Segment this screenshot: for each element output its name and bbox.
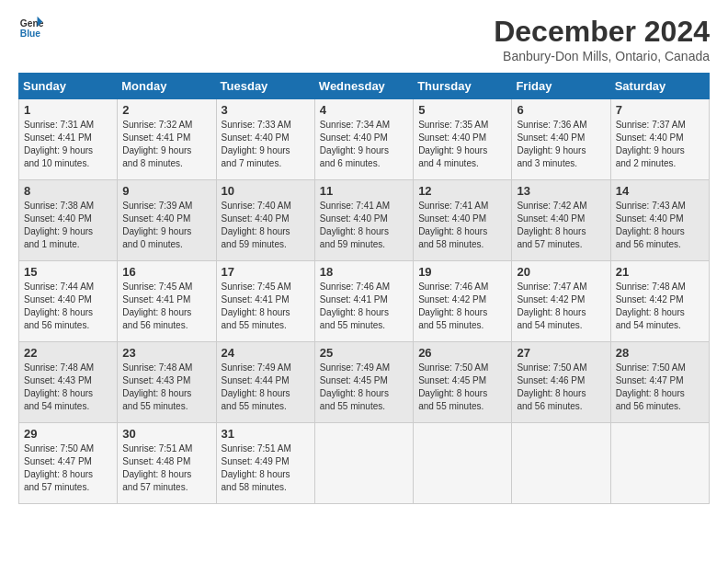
day-number: 12	[418, 184, 506, 198]
day-info: Sunrise: 7:39 AM Sunset: 4:40 PM Dayligh…	[122, 200, 210, 251]
day-cell: 6Sunrise: 7:36 AM Sunset: 4:40 PM Daylig…	[512, 99, 610, 180]
day-number: 22	[24, 346, 112, 360]
week-row-5: 29Sunrise: 7:50 AM Sunset: 4:47 PM Dayli…	[19, 423, 710, 504]
day-number: 20	[517, 265, 605, 279]
day-number: 9	[122, 184, 210, 198]
day-info: Sunrise: 7:38 AM Sunset: 4:40 PM Dayligh…	[24, 200, 112, 251]
day-cell: 5Sunrise: 7:35 AM Sunset: 4:40 PM Daylig…	[414, 99, 512, 180]
day-number: 6	[517, 103, 605, 117]
day-info: Sunrise: 7:51 AM Sunset: 4:48 PM Dayligh…	[122, 442, 210, 494]
day-info: Sunrise: 7:40 AM Sunset: 4:40 PM Dayligh…	[222, 200, 310, 251]
day-cell: 20Sunrise: 7:47 AM Sunset: 4:42 PM Dayli…	[512, 261, 610, 342]
day-number: 1	[24, 103, 112, 117]
day-info: Sunrise: 7:51 AM Sunset: 4:49 PM Dayligh…	[222, 442, 310, 494]
page-header: General Blue December 2024 Banbury-Don M…	[18, 15, 710, 63]
day-cell: 27Sunrise: 7:50 AM Sunset: 4:46 PM Dayli…	[512, 342, 610, 423]
day-info: Sunrise: 7:45 AM Sunset: 4:41 PM Dayligh…	[222, 281, 310, 332]
day-number: 29	[24, 427, 112, 441]
day-info: Sunrise: 7:48 AM Sunset: 4:43 PM Dayligh…	[122, 362, 210, 413]
day-cell: 28Sunrise: 7:50 AM Sunset: 4:47 PM Dayli…	[610, 342, 709, 423]
day-cell	[414, 423, 512, 504]
day-info: Sunrise: 7:47 AM Sunset: 4:42 PM Dayligh…	[517, 281, 605, 332]
day-info: Sunrise: 7:41 AM Sunset: 4:40 PM Dayligh…	[320, 200, 408, 251]
week-row-4: 22Sunrise: 7:48 AM Sunset: 4:43 PM Dayli…	[19, 342, 710, 423]
day-number: 14	[616, 184, 704, 198]
day-info: Sunrise: 7:31 AM Sunset: 4:41 PM Dayligh…	[24, 119, 112, 170]
day-number: 2	[122, 103, 210, 117]
day-number: 27	[517, 346, 605, 360]
day-cell: 29Sunrise: 7:50 AM Sunset: 4:47 PM Dayli…	[19, 423, 118, 504]
day-cell: 15Sunrise: 7:44 AM Sunset: 4:40 PM Dayli…	[19, 261, 118, 342]
day-info: Sunrise: 7:44 AM Sunset: 4:40 PM Dayligh…	[24, 281, 112, 332]
day-info: Sunrise: 7:46 AM Sunset: 4:41 PM Dayligh…	[320, 281, 408, 332]
day-cell	[512, 423, 610, 504]
calendar-subtitle: Banbury-Don Mills, Ontario, Canada	[494, 49, 710, 63]
day-number: 7	[616, 103, 704, 117]
day-number: 10	[222, 184, 310, 198]
day-number: 8	[24, 184, 112, 198]
day-cell: 14Sunrise: 7:43 AM Sunset: 4:40 PM Dayli…	[610, 180, 709, 261]
day-number: 31	[222, 427, 310, 441]
day-info: Sunrise: 7:50 AM Sunset: 4:47 PM Dayligh…	[616, 362, 704, 413]
header-cell-thursday: Thursday	[414, 74, 512, 99]
day-number: 11	[320, 184, 408, 198]
day-info: Sunrise: 7:33 AM Sunset: 4:40 PM Dayligh…	[222, 119, 310, 170]
day-info: Sunrise: 7:50 AM Sunset: 4:45 PM Dayligh…	[418, 362, 506, 413]
week-row-2: 8Sunrise: 7:38 AM Sunset: 4:40 PM Daylig…	[19, 180, 710, 261]
day-info: Sunrise: 7:37 AM Sunset: 4:40 PM Dayligh…	[616, 119, 704, 170]
day-info: Sunrise: 7:46 AM Sunset: 4:42 PM Dayligh…	[418, 281, 506, 332]
day-number: 4	[320, 103, 408, 117]
day-info: Sunrise: 7:45 AM Sunset: 4:41 PM Dayligh…	[122, 281, 210, 332]
day-number: 13	[517, 184, 605, 198]
day-cell: 18Sunrise: 7:46 AM Sunset: 4:41 PM Dayli…	[314, 261, 413, 342]
day-cell: 22Sunrise: 7:48 AM Sunset: 4:43 PM Dayli…	[19, 342, 118, 423]
day-cell: 13Sunrise: 7:42 AM Sunset: 4:40 PM Dayli…	[512, 180, 610, 261]
day-cell: 30Sunrise: 7:51 AM Sunset: 4:48 PM Dayli…	[118, 423, 216, 504]
day-info: Sunrise: 7:48 AM Sunset: 4:42 PM Dayligh…	[616, 281, 704, 332]
day-cell: 7Sunrise: 7:37 AM Sunset: 4:40 PM Daylig…	[610, 99, 709, 180]
day-number: 18	[320, 265, 408, 279]
day-info: Sunrise: 7:49 AM Sunset: 4:44 PM Dayligh…	[222, 362, 310, 413]
day-cell: 21Sunrise: 7:48 AM Sunset: 4:42 PM Dayli…	[610, 261, 709, 342]
header-cell-sunday: Sunday	[19, 74, 118, 99]
day-cell: 11Sunrise: 7:41 AM Sunset: 4:40 PM Dayli…	[314, 180, 413, 261]
day-cell	[314, 423, 413, 504]
day-cell: 10Sunrise: 7:40 AM Sunset: 4:40 PM Dayli…	[216, 180, 314, 261]
day-cell: 25Sunrise: 7:49 AM Sunset: 4:45 PM Dayli…	[314, 342, 413, 423]
day-cell: 9Sunrise: 7:39 AM Sunset: 4:40 PM Daylig…	[118, 180, 216, 261]
header-cell-wednesday: Wednesday	[314, 74, 413, 99]
day-number: 28	[616, 346, 704, 360]
day-cell: 24Sunrise: 7:49 AM Sunset: 4:44 PM Dayli…	[216, 342, 314, 423]
day-cell: 26Sunrise: 7:50 AM Sunset: 4:45 PM Dayli…	[414, 342, 512, 423]
header-cell-monday: Monday	[118, 74, 216, 99]
day-number: 25	[320, 346, 408, 360]
day-number: 19	[418, 265, 506, 279]
day-cell: 23Sunrise: 7:48 AM Sunset: 4:43 PM Dayli…	[118, 342, 216, 423]
day-cell: 3Sunrise: 7:33 AM Sunset: 4:40 PM Daylig…	[216, 99, 314, 180]
logo: General Blue	[18, 15, 44, 40]
day-cell: 31Sunrise: 7:51 AM Sunset: 4:49 PM Dayli…	[216, 423, 314, 504]
header-cell-friday: Friday	[512, 74, 610, 99]
day-info: Sunrise: 7:35 AM Sunset: 4:40 PM Dayligh…	[418, 119, 506, 170]
day-info: Sunrise: 7:41 AM Sunset: 4:40 PM Dayligh…	[418, 200, 506, 251]
day-cell: 1Sunrise: 7:31 AM Sunset: 4:41 PM Daylig…	[19, 99, 118, 180]
day-info: Sunrise: 7:36 AM Sunset: 4:40 PM Dayligh…	[517, 119, 605, 170]
day-cell: 4Sunrise: 7:34 AM Sunset: 4:40 PM Daylig…	[314, 99, 413, 180]
day-info: Sunrise: 7:34 AM Sunset: 4:40 PM Dayligh…	[320, 119, 408, 170]
header-row: SundayMondayTuesdayWednesdayThursdayFrid…	[19, 74, 710, 99]
day-info: Sunrise: 7:48 AM Sunset: 4:43 PM Dayligh…	[24, 362, 112, 413]
day-info: Sunrise: 7:50 AM Sunset: 4:47 PM Dayligh…	[24, 442, 112, 494]
week-row-1: 1Sunrise: 7:31 AM Sunset: 4:41 PM Daylig…	[19, 99, 710, 180]
day-info: Sunrise: 7:43 AM Sunset: 4:40 PM Dayligh…	[616, 200, 704, 251]
day-info: Sunrise: 7:32 AM Sunset: 4:41 PM Dayligh…	[122, 119, 210, 170]
logo-icon: General Blue	[18, 15, 44, 40]
day-number: 15	[24, 265, 112, 279]
day-cell: 12Sunrise: 7:41 AM Sunset: 4:40 PM Dayli…	[414, 180, 512, 261]
calendar-title: December 2024	[494, 15, 710, 49]
day-number: 24	[222, 346, 310, 360]
day-number: 21	[616, 265, 704, 279]
title-block: December 2024 Banbury-Don Mills, Ontario…	[494, 15, 710, 63]
calendar-table: SundayMondayTuesdayWednesdayThursdayFrid…	[18, 73, 710, 504]
day-cell: 17Sunrise: 7:45 AM Sunset: 4:41 PM Dayli…	[216, 261, 314, 342]
day-cell: 19Sunrise: 7:46 AM Sunset: 4:42 PM Dayli…	[414, 261, 512, 342]
